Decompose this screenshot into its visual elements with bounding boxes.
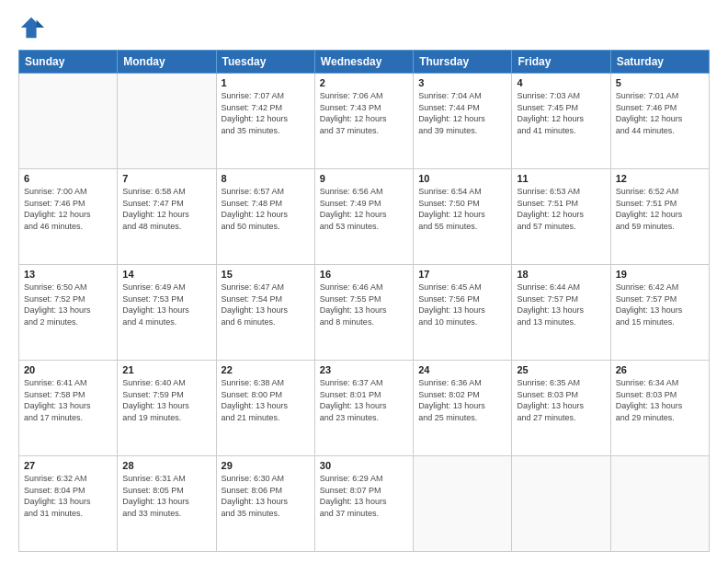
day-info: Sunrise: 6:54 AM Sunset: 7:50 PM Dayligh… xyxy=(418,186,506,232)
day-number: 6 xyxy=(24,173,112,184)
day-header-wednesday: Wednesday xyxy=(314,51,413,74)
day-info: Sunrise: 6:32 AM Sunset: 8:04 PM Dayligh… xyxy=(24,473,112,519)
day-header-tuesday: Tuesday xyxy=(216,51,314,74)
calendar-cell: 3Sunrise: 7:04 AM Sunset: 7:44 PM Daylig… xyxy=(414,74,512,169)
calendar-header-row: SundayMondayTuesdayWednesdayThursdayFrid… xyxy=(19,51,710,74)
calendar-cell: 8Sunrise: 6:57 AM Sunset: 7:48 PM Daylig… xyxy=(216,169,314,265)
calendar-week-1: 1Sunrise: 7:07 AM Sunset: 7:42 PM Daylig… xyxy=(19,74,710,169)
calendar-cell: 13Sunrise: 6:50 AM Sunset: 7:52 PM Dayli… xyxy=(19,265,118,361)
calendar-cell: 2Sunrise: 7:06 AM Sunset: 7:43 PM Daylig… xyxy=(314,74,413,169)
calendar-cell: 6Sunrise: 7:00 AM Sunset: 7:46 PM Daylig… xyxy=(19,169,118,265)
day-number: 24 xyxy=(418,364,506,375)
calendar-cell: 16Sunrise: 6:46 AM Sunset: 7:55 PM Dayli… xyxy=(314,265,413,361)
calendar-cell: 4Sunrise: 7:03 AM Sunset: 7:45 PM Daylig… xyxy=(512,74,610,169)
logo xyxy=(18,15,48,40)
calendar-cell: 27Sunrise: 6:32 AM Sunset: 8:04 PM Dayli… xyxy=(19,456,118,552)
calendar-cell: 19Sunrise: 6:42 AM Sunset: 7:57 PM Dayli… xyxy=(610,265,709,361)
day-info: Sunrise: 6:41 AM Sunset: 7:58 PM Dayligh… xyxy=(24,377,112,423)
calendar-week-2: 6Sunrise: 7:00 AM Sunset: 7:46 PM Daylig… xyxy=(19,169,710,265)
calendar-cell: 1Sunrise: 7:07 AM Sunset: 7:42 PM Daylig… xyxy=(216,74,314,169)
day-info: Sunrise: 6:34 AM Sunset: 8:03 PM Dayligh… xyxy=(616,377,704,423)
day-info: Sunrise: 6:30 AM Sunset: 8:06 PM Dayligh… xyxy=(222,473,310,519)
calendar-cell: 29Sunrise: 6:30 AM Sunset: 8:06 PM Dayli… xyxy=(216,456,314,552)
day-number: 2 xyxy=(320,77,408,88)
day-info: Sunrise: 6:29 AM Sunset: 8:07 PM Dayligh… xyxy=(320,473,408,519)
calendar-cell: 21Sunrise: 6:40 AM Sunset: 7:59 PM Dayli… xyxy=(118,361,216,456)
calendar-cell xyxy=(118,74,216,169)
day-number: 7 xyxy=(122,173,210,184)
calendar-cell: 11Sunrise: 6:53 AM Sunset: 7:51 PM Dayli… xyxy=(512,169,610,265)
day-number: 18 xyxy=(517,269,605,280)
day-number: 10 xyxy=(418,173,506,184)
calendar-cell: 14Sunrise: 6:49 AM Sunset: 7:53 PM Dayli… xyxy=(118,265,216,361)
calendar-cell xyxy=(19,74,118,169)
day-number: 8 xyxy=(222,173,310,184)
day-info: Sunrise: 6:40 AM Sunset: 7:59 PM Dayligh… xyxy=(122,377,210,423)
day-info: Sunrise: 7:00 AM Sunset: 7:46 PM Dayligh… xyxy=(24,186,112,232)
day-number: 21 xyxy=(122,364,210,375)
calendar-cell: 10Sunrise: 6:54 AM Sunset: 7:50 PM Dayli… xyxy=(414,169,512,265)
day-number: 28 xyxy=(122,460,210,471)
day-number: 1 xyxy=(222,77,310,88)
calendar-week-4: 20Sunrise: 6:41 AM Sunset: 7:58 PM Dayli… xyxy=(19,361,710,456)
day-number: 4 xyxy=(517,77,605,88)
day-info: Sunrise: 6:37 AM Sunset: 8:01 PM Dayligh… xyxy=(320,377,408,423)
day-header-saturday: Saturday xyxy=(610,51,709,74)
calendar-cell: 26Sunrise: 6:34 AM Sunset: 8:03 PM Dayli… xyxy=(610,361,709,456)
day-number: 9 xyxy=(320,173,408,184)
calendar-cell: 25Sunrise: 6:35 AM Sunset: 8:03 PM Dayli… xyxy=(512,361,610,456)
day-number: 14 xyxy=(122,269,210,280)
day-number: 19 xyxy=(616,269,704,280)
calendar-cell: 30Sunrise: 6:29 AM Sunset: 8:07 PM Dayli… xyxy=(314,456,413,552)
day-info: Sunrise: 6:58 AM Sunset: 7:47 PM Dayligh… xyxy=(122,186,210,232)
calendar-cell: 9Sunrise: 6:56 AM Sunset: 7:49 PM Daylig… xyxy=(314,169,413,265)
calendar-cell: 23Sunrise: 6:37 AM Sunset: 8:01 PM Dayli… xyxy=(314,361,413,456)
day-info: Sunrise: 6:36 AM Sunset: 8:02 PM Dayligh… xyxy=(418,377,506,423)
logo-icon xyxy=(18,15,44,40)
calendar-cell: 18Sunrise: 6:44 AM Sunset: 7:57 PM Dayli… xyxy=(512,265,610,361)
header xyxy=(18,15,710,40)
day-info: Sunrise: 6:50 AM Sunset: 7:52 PM Dayligh… xyxy=(24,282,112,327)
day-info: Sunrise: 7:06 AM Sunset: 7:43 PM Dayligh… xyxy=(320,90,408,136)
day-info: Sunrise: 6:44 AM Sunset: 7:57 PM Dayligh… xyxy=(517,282,605,327)
day-info: Sunrise: 6:49 AM Sunset: 7:53 PM Dayligh… xyxy=(122,282,210,327)
day-info: Sunrise: 6:46 AM Sunset: 7:55 PM Dayligh… xyxy=(320,282,408,327)
day-number: 30 xyxy=(320,460,408,471)
calendar-week-5: 27Sunrise: 6:32 AM Sunset: 8:04 PM Dayli… xyxy=(19,456,710,552)
calendar-cell: 24Sunrise: 6:36 AM Sunset: 8:02 PM Dayli… xyxy=(414,361,512,456)
day-number: 3 xyxy=(418,77,506,88)
calendar-cell xyxy=(512,456,610,552)
calendar-cell: 28Sunrise: 6:31 AM Sunset: 8:05 PM Dayli… xyxy=(118,456,216,552)
day-info: Sunrise: 6:38 AM Sunset: 8:00 PM Dayligh… xyxy=(222,377,310,423)
calendar-cell: 22Sunrise: 6:38 AM Sunset: 8:00 PM Dayli… xyxy=(216,361,314,456)
day-number: 23 xyxy=(320,364,408,375)
day-number: 13 xyxy=(24,269,112,280)
day-number: 17 xyxy=(418,269,506,280)
day-number: 25 xyxy=(517,364,605,375)
page: SundayMondayTuesdayWednesdayThursdayFrid… xyxy=(0,0,728,563)
calendar-cell: 15Sunrise: 6:47 AM Sunset: 7:54 PM Dayli… xyxy=(216,265,314,361)
day-header-friday: Friday xyxy=(512,51,610,74)
day-info: Sunrise: 6:47 AM Sunset: 7:54 PM Dayligh… xyxy=(222,282,310,327)
day-info: Sunrise: 7:07 AM Sunset: 7:42 PM Dayligh… xyxy=(222,90,310,136)
day-info: Sunrise: 7:04 AM Sunset: 7:44 PM Dayligh… xyxy=(418,90,506,136)
day-info: Sunrise: 6:31 AM Sunset: 8:05 PM Dayligh… xyxy=(122,473,210,519)
day-info: Sunrise: 6:45 AM Sunset: 7:56 PM Dayligh… xyxy=(418,282,506,327)
day-number: 26 xyxy=(616,364,704,375)
calendar-cell: 12Sunrise: 6:52 AM Sunset: 7:51 PM Dayli… xyxy=(610,169,709,265)
day-header-sunday: Sunday xyxy=(19,51,118,74)
day-number: 11 xyxy=(517,173,605,184)
calendar-cell xyxy=(610,456,709,552)
day-info: Sunrise: 6:57 AM Sunset: 7:48 PM Dayligh… xyxy=(222,186,310,232)
day-info: Sunrise: 6:42 AM Sunset: 7:57 PM Dayligh… xyxy=(616,282,704,327)
calendar-cell: 5Sunrise: 7:01 AM Sunset: 7:46 PM Daylig… xyxy=(610,74,709,169)
calendar-cell: 20Sunrise: 6:41 AM Sunset: 7:58 PM Dayli… xyxy=(19,361,118,456)
calendar-cell: 17Sunrise: 6:45 AM Sunset: 7:56 PM Dayli… xyxy=(414,265,512,361)
svg-marker-1 xyxy=(37,20,44,28)
day-number: 15 xyxy=(222,269,310,280)
day-header-monday: Monday xyxy=(118,51,216,74)
day-header-thursday: Thursday xyxy=(414,51,512,74)
day-number: 20 xyxy=(24,364,112,375)
day-number: 27 xyxy=(24,460,112,471)
day-info: Sunrise: 6:53 AM Sunset: 7:51 PM Dayligh… xyxy=(517,186,605,232)
